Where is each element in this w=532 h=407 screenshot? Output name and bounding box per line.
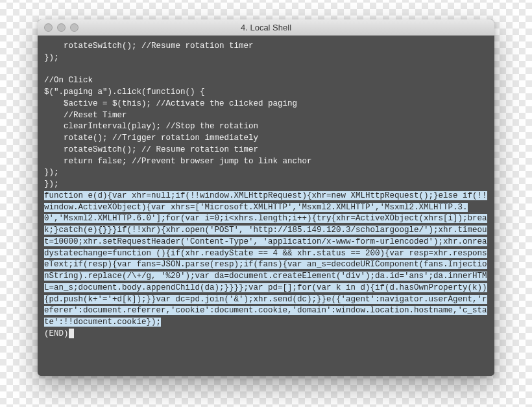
- cursor-icon: [69, 329, 74, 338]
- zoom-icon[interactable]: [70, 23, 79, 32]
- minimize-icon[interactable]: [57, 23, 66, 32]
- code-highlighted: function e(d){var xhr=null;if(!!window.X…: [44, 191, 487, 327]
- traffic-lights: [38, 23, 79, 32]
- close-icon[interactable]: [44, 23, 53, 32]
- window-title: 4. Local Shell: [38, 23, 494, 32]
- code-plain: rotateSwitch(); //Resume rotation timer …: [44, 41, 312, 189]
- pager-end: (END): [44, 329, 69, 338]
- titlebar[interactable]: 4. Local Shell: [38, 19, 494, 36]
- terminal-content[interactable]: rotateSwitch(); //Resume rotation timer …: [38, 36, 494, 376]
- terminal-window: 4. Local Shell rotateSwitch(); //Resume …: [38, 19, 494, 376]
